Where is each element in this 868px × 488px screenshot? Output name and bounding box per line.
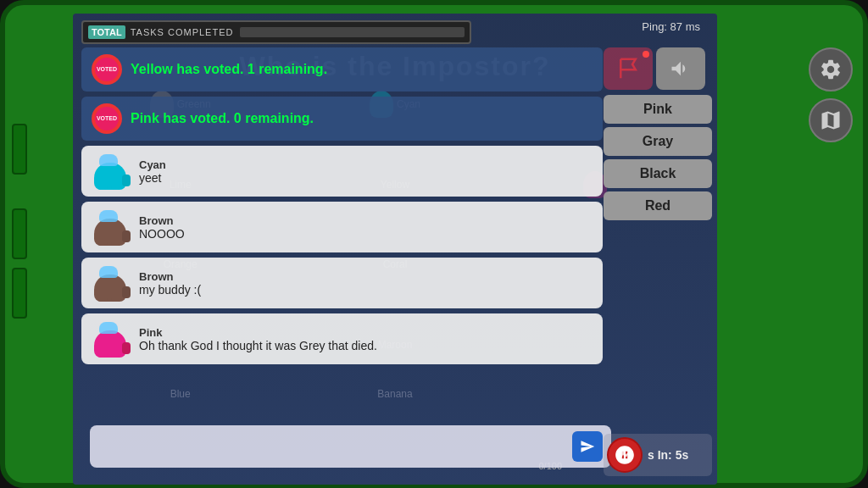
message-content-pink: Pink Oh thank God I thought it was Grey …	[139, 326, 377, 352]
chat-toggle-btn[interactable]	[604, 47, 653, 90]
timer-text: s In: 5s	[648, 448, 688, 462]
message-sender-brown-2: Brown	[139, 270, 201, 283]
vote-option-black[interactable]: Black	[604, 159, 712, 188]
task-progress-bar	[240, 27, 465, 37]
left-button-bot	[12, 268, 27, 319]
map-button[interactable]	[809, 98, 853, 142]
send-button[interactable]	[572, 431, 603, 462]
message-text-cyan: yeet	[139, 171, 166, 185]
announce-btn[interactable]	[656, 47, 705, 90]
message-content-brown-1: Brown NOOOO	[139, 214, 185, 241]
chat-message-cyan: Cyan yeet	[81, 146, 603, 197]
game-screen: Greenn Cyan Lime Yellow Pink? Orange	[73, 14, 717, 485]
task-total-badge: TOTAL	[88, 25, 125, 39]
avatar-cyan	[92, 152, 129, 190]
vote-panel: Pink Gray Black Red	[604, 47, 712, 430]
chat-message-brown-2: Brown my buddy :(	[81, 258, 603, 308]
task-bar-label: TASKS COMPLETED	[131, 27, 234, 37]
message-text-brown-1: NOOOO	[139, 227, 185, 241]
chat-input[interactable]	[98, 440, 572, 454]
timer-icon	[607, 437, 643, 473]
avatar-pink	[92, 320, 129, 358]
message-content-brown-2: Brown my buddy :(	[139, 270, 201, 297]
avatar-brown-1	[92, 208, 129, 246]
task-bar: TOTAL TASKS COMPLETED	[81, 20, 471, 44]
chat-panel: VOTED Yellow has voted. 1 remaining. VOT…	[81, 47, 603, 476]
vote-top-icons	[604, 47, 712, 90]
left-button-mid	[12, 208, 27, 259]
message-sender-cyan: Cyan	[139, 158, 166, 171]
vote-badge-2: VOTED	[92, 103, 122, 134]
avatar-brown-2	[92, 264, 129, 302]
vote-message-1: Yellow has voted. 1 remaining.	[131, 62, 327, 77]
message-sender-pink: Pink	[139, 326, 377, 339]
settings-button[interactable]	[809, 47, 853, 92]
device-frame: Greenn Cyan Lime Yellow Pink? Orange	[0, 0, 868, 488]
vote-option-pink[interactable]: Pink	[604, 95, 712, 124]
vote-message-2: Pink has voted. 0 remaining.	[131, 111, 314, 126]
message-text-brown-2: my buddy :(	[139, 283, 201, 297]
message-sender-brown-1: Brown	[139, 214, 185, 227]
chat-message-pink: Pink Oh thank God I thought it was Grey …	[81, 313, 603, 364]
vote-notification-2: VOTED Pink has voted. 0 remaining.	[81, 97, 603, 141]
message-content-cyan: Cyan yeet	[139, 158, 166, 185]
chat-input-area[interactable]	[90, 425, 611, 468]
right-controls	[807, 47, 854, 142]
vote-notification-1: VOTED Yellow has voted. 1 remaining.	[81, 47, 603, 92]
vote-option-red[interactable]: Red	[604, 191, 712, 220]
timer-area: s In: 5s	[604, 434, 712, 476]
vote-badge-1: VOTED	[92, 54, 122, 85]
ping-display: Ping: 87 ms	[642, 20, 700, 33]
message-text-pink: Oh thank God I thought it was Grey that …	[139, 339, 377, 352]
chat-message-brown-1: Brown NOOOO	[81, 202, 603, 252]
left-button-top	[12, 124, 27, 175]
vote-option-gray[interactable]: Gray	[604, 127, 712, 156]
